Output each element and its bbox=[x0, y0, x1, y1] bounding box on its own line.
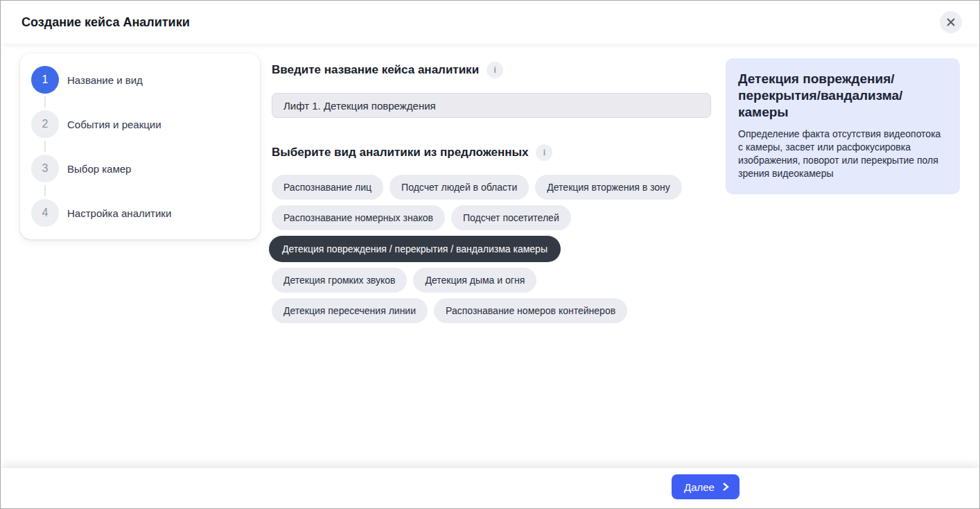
close-button[interactable] bbox=[940, 11, 962, 33]
form-area: Введите название кейса аналитики i Выбер… bbox=[272, 62, 711, 329]
step-label: Настройка аналитики bbox=[67, 207, 171, 219]
step-number-badge: 2 bbox=[31, 110, 59, 138]
chip-line-crossing-detection[interactable]: Детекция пересечения линии bbox=[272, 298, 428, 323]
case-name-section-title: Введите название кейса аналитики i bbox=[272, 62, 711, 78]
chip-zone-intrusion-detection[interactable]: Детекция вторжения в зону bbox=[535, 175, 682, 200]
chip-loud-sound-detection[interactable]: Детекция громких звуков bbox=[272, 268, 407, 293]
chip-row: Детекция громких звуков Детекция дыма и … bbox=[272, 268, 711, 293]
step-number-badge: 3 bbox=[31, 155, 59, 182]
chip-row: Распознавание лиц Подсчет людей в област… bbox=[272, 175, 711, 200]
stepper-panel: 1 Название и вид 2 События и реакции 3 В… bbox=[20, 53, 260, 239]
modal-header: Создание кейса Аналитики bbox=[1, 1, 979, 44]
analytics-type-section-title: Выберите вид аналитики из предложенных i bbox=[272, 144, 711, 161]
analytics-type-title-text: Выберите вид аналитики из предложенных bbox=[272, 145, 528, 160]
chip-face-recognition[interactable]: Распознавание лиц bbox=[272, 175, 383, 200]
info-icon[interactable]: i bbox=[536, 144, 552, 161]
chip-camera-tampering-detection[interactable]: Детекция повреждения / перекрытия / ванд… bbox=[269, 236, 561, 262]
next-button-label: Далее bbox=[684, 481, 715, 493]
modal-title: Создание кейса Аналитики bbox=[21, 15, 190, 30]
chip-smoke-fire-detection[interactable]: Детекция дыма и огня bbox=[413, 268, 536, 293]
step-label: Выбор камер bbox=[67, 163, 131, 175]
chip-row: Распознавание номерных знаков Подсчет по… bbox=[272, 205, 711, 230]
chip-row: Детекция пересечения линии Распознавание… bbox=[272, 298, 711, 323]
case-name-title-text: Введите название кейса аналитики bbox=[272, 62, 479, 78]
info-icon[interactable]: i bbox=[487, 62, 503, 78]
chip-container-number-recognition[interactable]: Распознавание номеров контейнеров bbox=[434, 298, 627, 323]
chip-visitor-count[interactable]: Подсчет посетителей bbox=[451, 205, 571, 230]
description-title: Детекция повреждения/перекрытия/вандализ… bbox=[738, 71, 947, 121]
case-name-input[interactable] bbox=[272, 93, 711, 118]
modal-footer: Далее bbox=[1, 468, 979, 508]
step-number-badge: 1 bbox=[31, 66, 59, 94]
chip-people-count-in-area[interactable]: Подсчет людей в области bbox=[390, 175, 529, 200]
stepper-step-events-and-reactions[interactable]: 2 События и реакции bbox=[31, 110, 249, 138]
chevron-right-icon bbox=[721, 483, 730, 491]
step-number-badge: 4 bbox=[31, 199, 59, 227]
create-analytics-case-modal: Создание кейса Аналитики 1 Название и ви… bbox=[0, 0, 980, 509]
description-body: Определение факта отсутствия видеопотока… bbox=[738, 128, 947, 180]
selected-analytics-description-panel: Детекция повреждения/перекрытия/вандализ… bbox=[726, 58, 960, 194]
next-button[interactable]: Далее bbox=[672, 474, 740, 499]
stepper-step-name-and-type[interactable]: 1 Название и вид bbox=[31, 66, 249, 94]
close-icon bbox=[946, 17, 956, 27]
stepper-step-analytics-settings[interactable]: 4 Настройка аналитики bbox=[31, 199, 249, 227]
chip-row: Детекция повреждения / перекрытия / ванд… bbox=[272, 236, 711, 262]
analytics-type-chip-list: Распознавание лиц Подсчет людей в област… bbox=[272, 175, 711, 323]
step-label: Название и вид bbox=[67, 74, 143, 86]
step-label: События и реакции bbox=[67, 119, 161, 130]
stepper-step-camera-selection[interactable]: 3 Выбор камер bbox=[31, 155, 249, 182]
chip-license-plate-recognition[interactable]: Распознавание номерных знаков bbox=[272, 205, 445, 230]
